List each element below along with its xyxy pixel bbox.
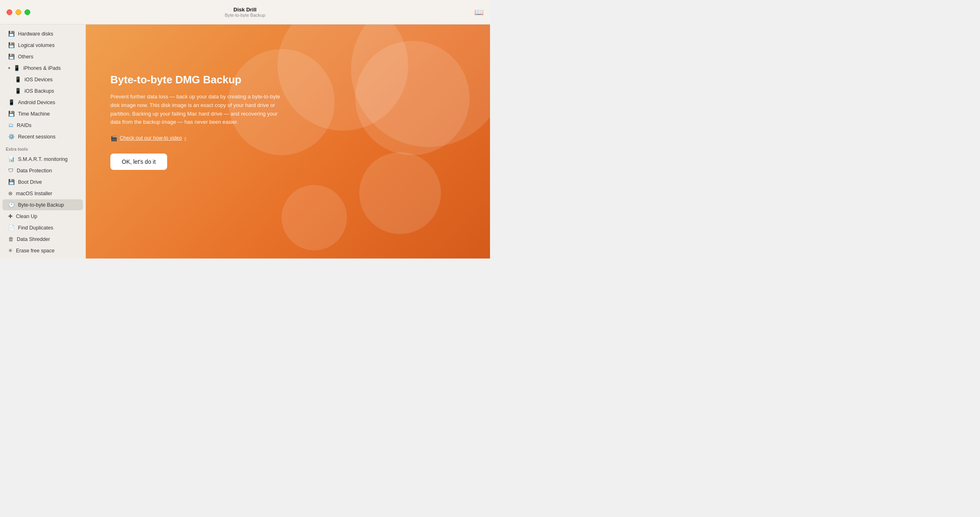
extra-tools-label: Extra tools [0,143,85,153]
sidebar-item-boot-drive[interactable]: 💾 Boot Drive [2,176,83,187]
main-layout: 💾 Hardware disks 💾 Logical volumes 💾 Oth… [0,25,490,258]
title-bar: Disk Drill Byte-to-byte Backup 📖 [0,0,490,25]
shield-icon: 🛡 [8,167,13,174]
raid-icon: 🗂 [8,122,13,128]
hard-disk-icon: 💾 [8,31,15,37]
recent-sessions-icon: ⚙️ [8,134,15,140]
cta-button[interactable]: OK, let's do it [110,154,167,170]
close-button[interactable] [7,9,12,15]
macos-installer-icon: ⊗ [8,190,13,196]
maximize-button[interactable] [25,9,30,15]
sidebar-item-smart-monitoring[interactable]: 📊 S.M.A.R.T. monitoring [2,154,83,165]
sidebar-item-ios-devices[interactable]: 📱 iOS Devices [2,74,83,85]
video-link-text: Check out our how-to video [120,135,182,141]
iphone-icon: 📱 [13,65,20,71]
sidebar-item-clean-up[interactable]: ✚ Clean Up [2,211,83,222]
app-name: Disk Drill [225,7,265,13]
sidebar-item-byte-to-byte-backup[interactable]: 🕐 Byte-to-byte Backup [2,199,83,210]
sidebar-item-ios-backups[interactable]: 📱 iOS Backups [2,85,83,96]
sidebar-item-time-machine[interactable]: 💾 Time Machine [2,108,83,119]
deco-circle-3 [359,152,441,234]
cleanup-icon: ✚ [8,213,13,219]
content-area: Byte-to-byte DMG Backup Prevent further … [86,25,490,258]
sidebar-item-logical-volumes[interactable]: 💾 Logical volumes [2,40,83,51]
time-machine-icon: 💾 [8,111,15,117]
shredder-icon: 🗑 [8,236,13,242]
sidebar-item-android-devices[interactable]: 📱 Android Devices [2,97,83,108]
ios-device-icon: 📱 [15,76,21,82]
android-icon: 📱 [8,99,15,105]
minimize-button[interactable] [16,9,21,15]
sidebar-item-data-shredder[interactable]: 🗑 Data Shredder [2,234,83,245]
video-link[interactable]: 🎬 Check out our how-to video › [110,135,282,141]
traffic-lights [7,9,30,15]
erase-icon: ✳ [8,247,13,254]
others-icon: 💾 [8,53,15,60]
sidebar-item-find-duplicates[interactable]: 📄 Find Duplicates [2,222,83,233]
smart-icon: 📊 [8,156,15,162]
sidebar: 💾 Hardware disks 💾 Logical volumes 💾 Oth… [0,25,86,258]
sidebar-item-iphones-ipads[interactable]: ▾ 📱 iPhones & iPads [2,62,83,74]
deco-circle-5 [282,185,347,250]
boot-drive-icon: 💾 [8,179,15,185]
content-title: Byte-to-byte DMG Backup [110,74,282,86]
ios-backup-icon: 📱 [15,88,21,94]
byte-backup-icon: 🕐 [8,202,15,208]
sidebar-item-macos-installer[interactable]: ⊗ macOS Installer [2,188,83,199]
sidebar-item-hardware-disks[interactable]: 💾 Hardware disks [2,28,83,39]
content-description: Prevent further data loss — back up your… [110,93,282,127]
sidebar-item-raids[interactable]: 🗂 RAIDs [2,120,83,131]
content-text-block: Byte-to-byte DMG Backup Prevent further … [110,74,282,170]
chevron-down-icon: ▾ [8,66,10,70]
arrow-right-icon: › [184,135,186,141]
sidebar-item-data-protection[interactable]: 🛡 Data Protection [2,165,83,176]
sub-title: Byte-to-byte Backup [225,13,265,18]
window-title: Disk Drill Byte-to-byte Backup [225,7,265,18]
sidebar-item-others[interactable]: 💾 Others [2,51,83,62]
video-camera-icon: 🎬 [110,135,117,141]
sidebar-item-recent-sessions[interactable]: ⚙️ Recent sessions [2,131,83,142]
sidebar-item-erase-free-space[interactable]: ✳ Erase free space [2,245,83,256]
help-book-icon[interactable]: 📖 [474,8,483,17]
logical-volumes-icon: 💾 [8,42,15,48]
duplicates-icon: 📄 [8,225,15,231]
